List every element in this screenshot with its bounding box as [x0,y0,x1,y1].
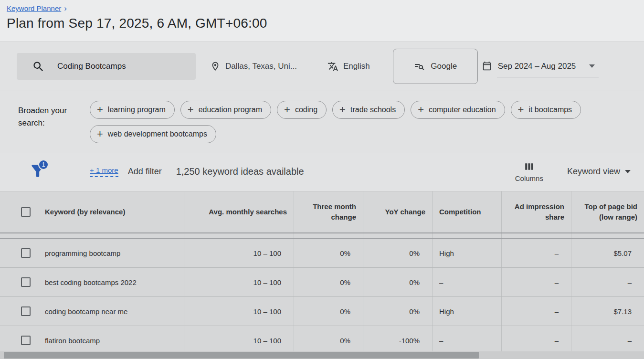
cell-value: – [555,278,559,286]
broaden-search-section: Broaden your search: +learning program +… [0,91,644,152]
location-value: Dallas, Texas, Uni... [225,62,297,71]
filter-bar: 1 + 1 more Add filter 1,250 keyword idea… [0,152,644,191]
columns-button[interactable]: Columns [515,161,543,182]
breadcrumb: Keyword Planner › [7,4,644,12]
keyword-search-input[interactable]: Coding Bootcamps [17,53,196,80]
broaden-search-label: Broaden your search: [18,101,90,143]
cell-value: -100% [399,337,420,345]
select-all-checkbox[interactable] [21,207,31,217]
top-of-page-bid-cell: $7.13 [571,297,644,326]
row-checkbox[interactable] [21,277,31,287]
cell-value: – [439,337,443,345]
competition-cell: – [432,326,501,355]
broaden-chip-list: +learning program +education program +co… [90,101,634,143]
translate-icon [327,61,338,72]
broaden-chip-learning-program[interactable]: +learning program [90,101,175,119]
avg-monthly-searches-cell: 10 – 100 [184,239,294,267]
cell-value: 0% [340,249,350,257]
cell-value: – [555,337,559,345]
keyword-view-dropdown[interactable]: Keyword view [567,167,631,177]
language-selector[interactable]: English [327,61,370,72]
cell-value: $5.07 [613,249,632,257]
horizontal-scrollbar[interactable] [0,351,644,359]
chevron-right-icon: › [64,4,67,12]
keyword-view-label: Keyword view [567,167,620,177]
cell-value: 10 – 100 [253,249,281,257]
add-filter-button[interactable]: Add filter [128,167,162,177]
partial-scrolled-row [0,233,644,239]
ad-impression-share-cell: – [501,268,571,296]
table-row: programming bootcamp 10 – 100 0% 0% High… [0,239,644,268]
filter-count-badge: 1 [38,159,49,170]
search-network-icon [413,61,425,72]
three-month-change-cell: 0% [294,239,363,267]
breadcrumb-link-keyword-planner[interactable]: Keyword Planner [7,4,61,12]
plus-icon: + [97,105,103,115]
avg-monthly-searches-cell: 10 – 100 [184,297,294,326]
cell-value: 0% [409,307,420,316]
yoy-change-cell: 0% [363,297,432,326]
date-range-value: Sep 2024 – Aug 2025 [498,62,576,71]
keyword-cell: best coding bootcamps 2022 [0,268,184,296]
cell-value: 0% [340,278,350,286]
page-title: Plan from Sep 17, 2025, 6 AM, GMT+06:00 [7,16,644,31]
calendar-icon [482,61,492,72]
broaden-chip-education-program[interactable]: +education program [180,101,271,119]
three-month-change-cell: 0% [294,326,363,355]
header-yoy-change[interactable]: YoY change [363,191,432,232]
date-range-wrap: Sep 2024 – Aug 2025 [497,62,599,77]
header-keyword[interactable]: Keyword (by relevance) [0,191,184,232]
scrollbar-thumb[interactable] [4,352,479,359]
chip-label: education program [199,106,262,114]
plus-icon: + [97,129,103,139]
header-ad-impression-share[interactable]: Ad impression share [501,191,571,232]
cell-value: 0% [340,307,350,316]
network-selector[interactable]: Google [393,49,478,84]
plus-icon: + [418,105,424,115]
cell-value: $7.13 [613,307,632,316]
cell-value: High [439,307,454,316]
filter-funnel-button[interactable]: 1 [29,161,48,182]
cell-value: High [439,249,454,257]
filters-more-link[interactable]: + 1 more [90,166,118,177]
broaden-chip-trade-schools[interactable]: +trade schools [332,101,405,119]
header-three-month-change[interactable]: Three month change [294,191,363,232]
cell-value: – [439,278,443,286]
header-label: Ad impression share [502,201,564,222]
row-checkbox[interactable] [21,336,31,345]
yoy-change-cell: -100% [363,326,432,355]
ad-impression-share-cell: – [501,239,571,267]
broaden-chip-it-bootcamps[interactable]: +it bootcamps [511,101,581,119]
table-body: programming bootcamp 10 – 100 0% 0% High… [0,239,644,355]
row-checkbox[interactable] [21,248,31,258]
broaden-chip-web-development-bootcamps[interactable]: +web development bootcamps [90,125,216,143]
header-label: Competition [439,207,481,217]
competition-cell: High [432,297,501,326]
header-competition[interactable]: Competition [432,191,501,232]
row-checkbox[interactable] [21,306,31,316]
plus-icon: + [284,105,290,115]
cell-value: 0% [409,249,420,257]
header-label: Three month change [294,201,356,222]
network-value: Google [431,62,457,71]
ad-impression-share-cell: – [501,326,571,355]
cell-value: – [628,278,632,286]
location-pin-icon [210,61,221,72]
header-avg-monthly-searches[interactable]: Avg. monthly searches [184,191,294,232]
keyword-cell: programming bootcamp [0,239,184,267]
top-of-page-bid-cell: $5.07 [571,239,644,267]
header-top-of-page-bid[interactable]: Top of page bid (low range) [571,191,644,232]
columns-label: Columns [515,174,543,182]
broaden-chip-computer-education[interactable]: +computer education [411,101,505,119]
table-row: coding bootcamp near me 10 – 100 0% 0% H… [0,297,644,326]
date-range-selector[interactable]: Sep 2024 – Aug 2025 [482,59,599,74]
plan-settings-bar: Coding Bootcamps Dallas, Texas, Uni... E… [0,42,644,91]
chip-label: learning program [108,106,166,114]
chip-label: coding [295,106,317,114]
location-selector[interactable]: Dallas, Texas, Uni... [210,61,306,72]
competition-cell: – [432,268,501,296]
keyword-text: flatiron bootcamp [45,337,100,345]
broaden-chip-coding[interactable]: +coding [277,101,327,119]
cell-value: – [555,307,559,316]
cell-value: 0% [409,278,420,286]
